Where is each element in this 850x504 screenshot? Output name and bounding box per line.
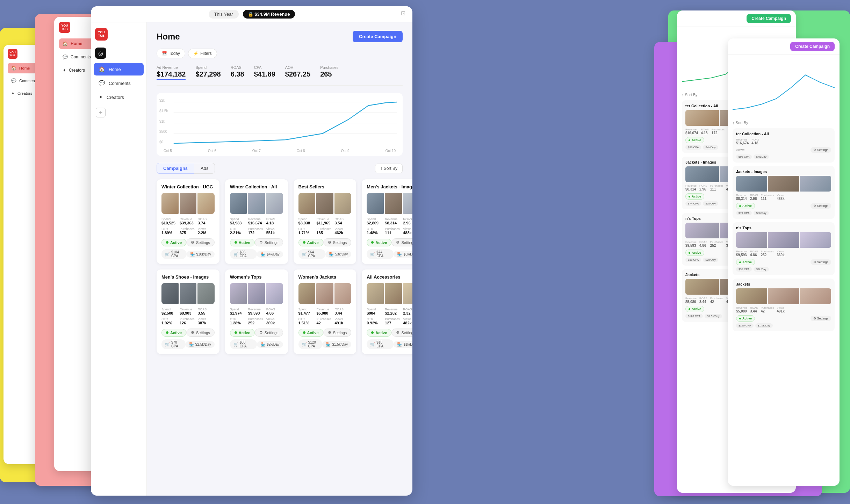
daily-pill-0: 🏪 $10k/Day	[187, 251, 215, 258]
filters-button[interactable]: ⚡ Filters	[188, 49, 217, 58]
status-dot-4	[166, 331, 168, 334]
comments-icon: 💬	[99, 80, 105, 86]
settings-button-1[interactable]: ⚙ Settings	[255, 238, 283, 246]
campaign-images-0	[161, 193, 215, 214]
y-label-500: $500	[159, 130, 168, 134]
page-title: Home	[157, 32, 180, 42]
settings-button-7[interactable]: ⚙ Settings	[391, 329, 412, 337]
plus-icon: +	[99, 109, 103, 116]
sort-button[interactable]: ↑ Sort By	[375, 164, 403, 173]
cpa-pill-1: 🛒 $96 CPA	[230, 249, 257, 259]
sidebar-item-home[interactable]: 🏠 Home	[94, 63, 144, 75]
cpa-pill-0: 🛒 $104 CPA	[161, 249, 187, 259]
campaign-images-7	[367, 283, 412, 304]
status-badge-7: Active	[367, 329, 391, 337]
status-badge-3: Active	[367, 239, 391, 246]
campaign-img-3-3	[403, 193, 412, 214]
today-label: Today	[169, 51, 180, 56]
campaign-img-2-2	[316, 193, 333, 214]
x-axis-labels: Oct 5 Oct 6 Oct 7 Oct 8 Oct 9 Oct 10	[162, 149, 397, 153]
status-label-6: Active	[307, 331, 319, 335]
settings-button-5[interactable]: ⚙ Settings	[255, 329, 283, 337]
purple-card-4: Jackets Revenue$5,080 ROAS3.44 Purchases…	[733, 279, 835, 331]
settings-button-4[interactable]: ⚙ Settings	[186, 329, 215, 337]
campaign-img-7-1	[367, 283, 384, 304]
campaign-metrics-row-6: 🛒 $120 CPA 🏪 $1.5k/Day	[298, 339, 352, 349]
status-dot-3	[371, 241, 374, 244]
gear-icon-0: ⚙	[191, 240, 194, 245]
campaign-status-row-4: Active ⚙ Settings	[161, 329, 215, 337]
ad-revenue-value: $174,182	[157, 70, 186, 80]
status-label-3: Active	[375, 240, 387, 245]
cpa-label: CPA	[254, 65, 275, 70]
purple-create-campaign-button[interactable]: Create Campaign	[790, 42, 835, 51]
stats-row: Ad Revenue $174,182 Spend $27,298 ROAS 6…	[157, 65, 403, 86]
campaign-stats-1: Spend$3,983 Revenue$16,674 ROAS4.18 CTR2…	[230, 217, 283, 235]
settings-button-2[interactable]: ⚙ Settings	[323, 238, 352, 246]
campaign-card-womens-jackets: Women's Jackets Spend$1,477 Revenue$5,08…	[294, 269, 356, 354]
settings-button-6[interactable]: ⚙ Settings	[323, 329, 352, 337]
campaign-stats-4: Spend$2,508 Revenue$8,903 ROAS3.55 CTR1.…	[161, 308, 215, 325]
aov-value: $267.25	[285, 70, 310, 78]
window-body: YOUTUB ◎ 🏠 Home 💬 Comments ✦ Creators +	[91, 22, 412, 496]
campaign-title-7: All Accessories	[367, 274, 412, 280]
status-badge-6: Active	[298, 329, 323, 337]
campaign-images-5	[230, 283, 283, 304]
purchases-value: 265	[320, 70, 338, 78]
campaign-stats-6: Spend$1,477 Revenue$5,080 ROAS3.44 CTR1.…	[298, 308, 352, 325]
today-filter-button[interactable]: 📅 Today	[157, 49, 185, 58]
campaign-status-row-6: Active ⚙ Settings	[298, 329, 352, 337]
filter-row: 📅 Today ⚡ Filters	[157, 49, 403, 58]
campaign-stats-5: Spend$1,974 Revenue$9,593 ROAS4.86 CTR1.…	[230, 308, 283, 325]
sidebar-item-creators-label: Creators	[107, 95, 124, 100]
settings-button-0[interactable]: ⚙ Settings	[186, 238, 215, 246]
stat-spend: Spend $27,298	[195, 65, 221, 80]
top-bar: This Year 🔒 $34.9M Revenue ⊡	[91, 6, 412, 22]
tab-campaigns[interactable]: Campaigns	[157, 163, 194, 174]
green-create-campaign-button[interactable]: Create Campaign	[747, 14, 791, 23]
sidebar-item-comments[interactable]: 💬 Comments	[94, 77, 144, 89]
spend-label: Spend	[195, 65, 221, 70]
campaign-stats-7: Spend$984 Revenue$2,282 ROAS2.32 CTR0.92…	[367, 308, 412, 325]
status-dot-7	[371, 331, 374, 334]
campaign-images-3	[367, 193, 412, 214]
campaign-img-6-1	[298, 283, 316, 304]
campaign-metrics-row-5: 🛒 $38 CPA 🏪 $2k/Day	[230, 339, 283, 349]
purple-card-1: ter Collection - All Revenue$16,674 ROAS…	[733, 128, 835, 163]
daily-pill-1: 🏪 $4k/Day	[257, 251, 283, 258]
status-dot-0	[166, 241, 168, 244]
campaign-stats-0: Spend$10,525 Revenue$39,363 ROAS3.74 CTR…	[161, 217, 215, 235]
campaign-metrics-row-7: 🛒 $18 CPA 🏪 $1k/Day	[367, 339, 412, 349]
stat-roas: ROAS 6.38	[231, 65, 244, 80]
window-resize-icon: ⊡	[401, 10, 405, 16]
settings-button-3[interactable]: ⚙ Settings	[391, 238, 412, 246]
x-label-oct8: Oct 8	[297, 149, 305, 153]
campaign-metrics-row-2: 🛒 $64 CPA 🏪 $3k/Day	[298, 249, 352, 259]
campaign-card-womens-tops: Women's Tops Spend$1,974 Revenue$9,593 R…	[225, 269, 288, 354]
gear-icon-3: ⚙	[396, 240, 399, 245]
campaign-img-2-3	[334, 193, 352, 214]
back-purple-window: Create Campaign ↑ Sort By ter Collection…	[728, 38, 840, 486]
purple-sort[interactable]: ↑ Sort By	[733, 121, 835, 125]
campaign-status-row-2: Active ⚙ Settings	[298, 238, 352, 246]
create-campaign-button[interactable]: Create Campaign	[353, 31, 403, 42]
daily-pill-2: 🏪 $3k/Day	[325, 251, 352, 258]
campaign-stats-3: Spend$2,809 Revenue$8,314 ROAS2.96 CTR1.…	[367, 217, 412, 235]
content-header: Home Create Campaign	[157, 31, 403, 42]
aov-label: AOV	[285, 65, 310, 70]
revenue-value: $34.9M Revenue	[254, 12, 290, 17]
period-selector[interactable]: This Year	[209, 10, 239, 19]
sidebar-item-creators[interactable]: ✦ Creators	[94, 91, 144, 103]
campaign-img-5-1	[230, 283, 247, 304]
gear-icon-7: ⚙	[396, 330, 399, 335]
pink-window-logo: YOUTUB	[59, 22, 70, 33]
status-dot-5	[235, 331, 237, 334]
y-label-1k: $1k	[159, 120, 168, 123]
campaign-img-4-2	[180, 283, 197, 304]
creators-icon: ✦	[99, 94, 103, 100]
campaign-card-mens-shoes: Men's Shoes - Images Spend$2,508 Revenue…	[157, 269, 219, 354]
tab-ads[interactable]: Ads	[194, 163, 215, 174]
add-account-button[interactable]: +	[96, 108, 106, 117]
status-badge-4: Active	[161, 329, 186, 337]
spend-value: $27,298	[195, 70, 221, 78]
